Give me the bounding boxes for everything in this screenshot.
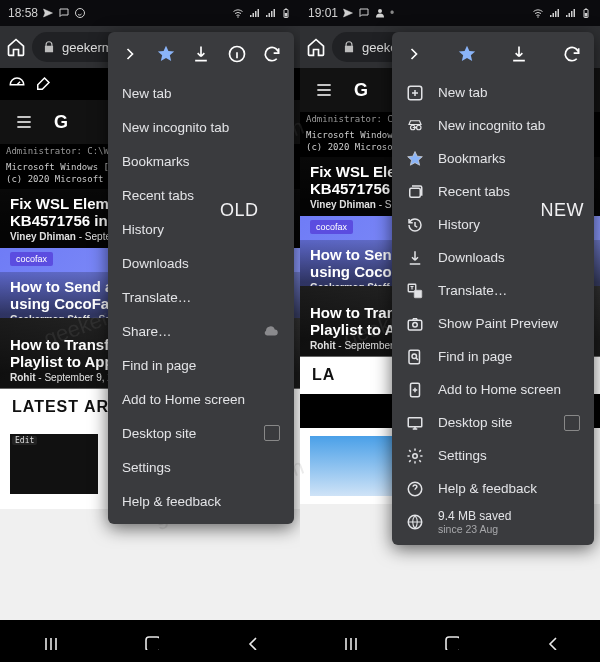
menu-item-label: Downloads	[438, 250, 580, 265]
menu-item-label: Add to Home screen	[122, 392, 280, 407]
menu-item[interactable]: New tab	[108, 76, 294, 110]
message-icon	[58, 7, 70, 19]
site-logo: G	[54, 112, 68, 133]
forward-icon[interactable]	[120, 44, 140, 64]
hamburger-icon[interactable]	[14, 112, 34, 132]
menu-item[interactable]: Add to Home screen	[392, 373, 594, 406]
add-home-icon	[406, 381, 424, 399]
menu-item[interactable]: Desktop site	[108, 416, 294, 450]
menu-item-label: Recent tabs	[122, 188, 280, 203]
menu-item-label: History	[438, 217, 580, 232]
menu-top-row	[392, 32, 594, 76]
whatsapp-icon	[74, 7, 86, 19]
menu-item-label: Bookmarks	[438, 151, 580, 166]
menu-item[interactable]: Bookmarks	[108, 144, 294, 178]
lock-icon	[42, 40, 56, 54]
menu-item-label: Downloads	[122, 256, 280, 271]
history-icon	[406, 216, 424, 234]
overflow-menu-old: New tabNew incognito tabBookmarksRecent …	[108, 32, 294, 524]
svg-rect-21	[446, 637, 459, 650]
nav-bar	[0, 620, 300, 662]
phone-right: 19:01 • geekerm G Administrator: C:\Wind…	[300, 0, 600, 662]
recents-icon[interactable]	[41, 632, 59, 650]
telegram-icon	[342, 7, 354, 19]
signal-icon	[564, 7, 576, 19]
download-icon	[406, 249, 424, 267]
home-icon[interactable]	[6, 37, 26, 57]
menu-item[interactable]: New incognito tab	[108, 110, 294, 144]
home-nav-icon[interactable]	[141, 632, 159, 650]
wifi-icon	[532, 7, 544, 19]
star-icon[interactable]	[156, 44, 176, 64]
menu-item[interactable]: Help & feedback	[392, 472, 594, 505]
back-nav-icon[interactable]	[541, 632, 559, 650]
thumbnail: Edit	[10, 434, 98, 494]
brush-icon[interactable]	[34, 75, 52, 93]
menu-item[interactable]: Desktop site	[392, 406, 594, 439]
star-b-icon	[406, 150, 424, 168]
recents-icon[interactable]	[341, 632, 359, 650]
user-icon	[374, 7, 386, 19]
back-nav-icon[interactable]	[241, 632, 259, 650]
lock-icon	[342, 40, 356, 54]
status-time: 18:58	[8, 6, 38, 20]
checkbox[interactable]	[264, 425, 280, 441]
menu-item[interactable]: Add to Home screen	[108, 382, 294, 416]
battery-icon	[280, 7, 292, 19]
menu-item[interactable]: Recent tabs	[108, 178, 294, 212]
telegram-icon	[42, 7, 54, 19]
menu-item-label: Show Paint Preview	[438, 316, 580, 331]
data-saver-icon	[406, 513, 424, 531]
home-icon[interactable]	[306, 37, 326, 57]
download-icon[interactable]	[191, 44, 211, 64]
status-bar: 19:01 •	[300, 0, 600, 26]
status-time: 19:01	[308, 6, 338, 20]
phone-left: 18:58 geekermag G Administrator: C:\Wind…	[0, 0, 300, 662]
menu-item[interactable]: Show Paint Preview	[392, 307, 594, 340]
checkbox[interactable]	[564, 415, 580, 431]
menu-item-label: Find in page	[122, 358, 280, 373]
menu-item[interactable]: Share…	[108, 314, 294, 348]
info-icon[interactable]	[227, 44, 247, 64]
menu-item[interactable]: Help & feedback	[108, 484, 294, 518]
forward-icon[interactable]	[404, 44, 424, 64]
menu-item[interactable]: History	[108, 212, 294, 246]
menu-item-label: Add to Home screen	[438, 382, 580, 397]
star-icon[interactable]	[457, 44, 477, 64]
cloud-icon	[262, 322, 280, 340]
menu-item[interactable]: New tab	[392, 76, 594, 109]
menu-item[interactable]: Find in page	[392, 340, 594, 373]
menu-item-label: History	[122, 222, 280, 237]
menu-item[interactable]: Translate…	[108, 280, 294, 314]
menu-item[interactable]: Find in page	[108, 348, 294, 382]
tabs-icon	[406, 183, 424, 201]
menu-item-label: Help & feedback	[438, 481, 580, 496]
plus-icon	[406, 84, 424, 102]
desktop-icon	[406, 414, 424, 432]
signal-icon	[264, 7, 276, 19]
reload-icon[interactable]	[562, 44, 582, 64]
menu-item[interactable]: Recent tabs	[392, 175, 594, 208]
translate-icon	[406, 282, 424, 300]
menu-item[interactable]: Settings	[108, 450, 294, 484]
incognito-icon	[406, 117, 424, 135]
reload-icon[interactable]	[262, 44, 282, 64]
help-icon	[406, 480, 424, 498]
menu-item[interactable]: History	[392, 208, 594, 241]
data-saved-row[interactable]: 9.4 MB savedsince 23 Aug	[406, 509, 580, 535]
menu-item[interactable]: Translate…	[392, 274, 594, 307]
menu-item-label: Recent tabs	[438, 184, 580, 199]
download-icon[interactable]	[509, 44, 529, 64]
menu-item[interactable]: Settings	[392, 439, 594, 472]
camera-icon	[406, 315, 424, 333]
nav-bar	[300, 620, 600, 662]
menu-item[interactable]: Bookmarks	[392, 142, 594, 175]
wifi-icon	[232, 7, 244, 19]
gauge-icon[interactable]	[8, 75, 26, 93]
menu-item[interactable]: Downloads	[108, 246, 294, 280]
menu-item[interactable]: Downloads	[392, 241, 594, 274]
home-nav-icon[interactable]	[441, 632, 459, 650]
menu-item[interactable]: New incognito tab	[392, 109, 594, 142]
menu-item-label: Bookmarks	[122, 154, 280, 169]
hamburger-icon[interactable]	[314, 80, 334, 100]
